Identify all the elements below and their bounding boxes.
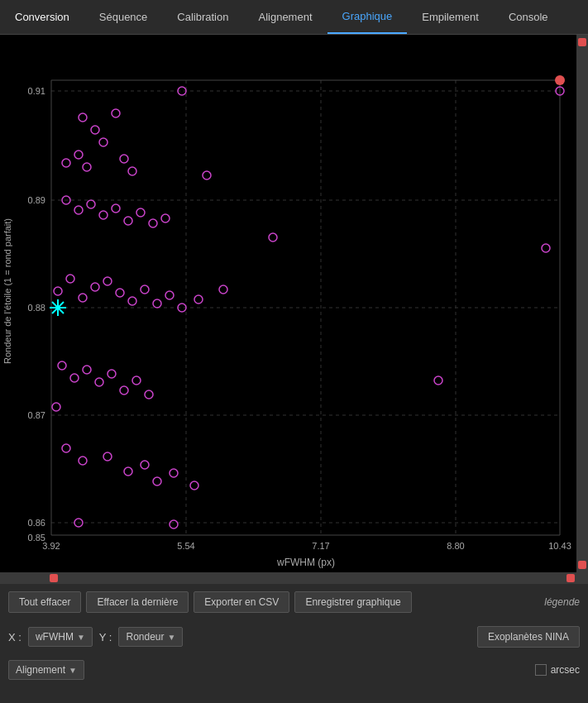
nav-sequence[interactable]: Séquence [84,0,163,34]
svg-text:0.86: 0.86 [28,518,45,528]
svg-text:wFWHM (px): wFWHM (px) [276,557,335,568]
svg-point-86 [555,75,565,85]
x-dropdown[interactable]: wFWHM ▼ [28,627,93,647]
y-value: Rondeur [126,631,164,643]
alignment-label: Alignement [16,664,65,676]
tout-effacer-button[interactable]: Tout effacer [8,591,81,613]
chart-inner[interactable]: 0.91 0.89 0.88 0.87 0.86 0.85 3.92 5.54 … [0,35,576,572]
arcsec-checkbox-label[interactable]: arcsec [535,664,580,676]
y-dropdown[interactable]: Rondeur ▼ [118,627,183,647]
svg-text:7.17: 7.17 [312,541,329,551]
nav-graphique[interactable]: Graphique [327,0,408,34]
svg-text:10.43: 10.43 [548,541,571,551]
svg-text:0.87: 0.87 [28,410,45,420]
svg-text:8.80: 8.80 [447,541,464,551]
svg-text:3.92: 3.92 [42,541,60,551]
nav-console[interactable]: Console [494,0,563,34]
xy-row: X : wFWHM ▼ Y : Rondeur ▼ Exoplanètes NI… [0,620,588,653]
scrollbar-x-left[interactable] [50,574,58,582]
align-row: Alignement ▼ arcsec [0,653,588,686]
x-dropdown-arrow: ▼ [77,633,85,642]
controls-row: Tout effacer Effacer la dernière Exporte… [0,584,588,620]
scrollbar-x-container [0,572,588,584]
chart-svg: 0.91 0.89 0.88 0.87 0.86 0.85 3.92 5.54 … [0,35,576,572]
nav-bar: Conversion Séquence Calibration Aligneme… [0,0,588,35]
arcsec-text: arcsec [551,664,580,676]
exporter-csv-button[interactable]: Exporter en CSV [194,591,289,613]
nav-alignement[interactable]: Alignement [243,0,327,34]
svg-text:0.89: 0.89 [28,195,45,205]
y-label: Y : [99,631,112,643]
effacer-derniere-button[interactable]: Effacer la dernière [86,591,189,613]
enregistrer-button[interactable]: Enregistrer graphique [294,591,411,613]
arcsec-checkbox[interactable] [535,664,547,676]
chart-container: 0.91 0.89 0.88 0.87 0.86 0.85 3.92 5.54 … [0,35,588,572]
nav-calibration[interactable]: Calibration [162,0,243,34]
scrollbar-y-top[interactable] [578,38,586,46]
y-dropdown-arrow: ▼ [168,633,176,642]
scrollbar-y-bottom[interactable] [578,561,586,569]
scrollbar-y[interactable] [576,35,588,572]
x-label: X : [8,631,22,643]
nav-conversion[interactable]: Conversion [0,0,84,34]
svg-text:Rondeur de l'étoile (1 = rond : Rondeur de l'étoile (1 = rond parfait) [2,218,12,364]
x-value: wFWHM [36,631,74,643]
nav-empilement[interactable]: Empilement [407,0,494,34]
nina-button[interactable]: Exoplanètes NINA [477,626,580,648]
scrollbar-x-right[interactable] [566,574,575,582]
svg-text:5.54: 5.54 [177,541,194,551]
alignment-dropdown-arrow: ▼ [69,666,77,675]
alignment-dropdown[interactable]: Alignement ▼ [8,660,84,680]
legende-label: légende [544,596,580,608]
svg-text:0.88: 0.88 [28,303,45,313]
svg-text:0.91: 0.91 [28,86,45,96]
